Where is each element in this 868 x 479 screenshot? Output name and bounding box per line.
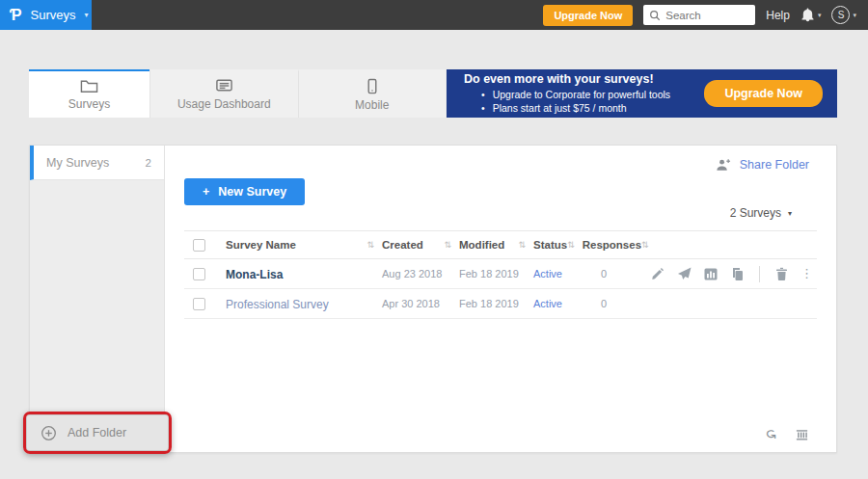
results-chart-icon[interactable]: [704, 268, 718, 280]
upgrade-now-button[interactable]: Upgrade Now: [543, 5, 633, 26]
tab-surveys[interactable]: Surveys: [29, 69, 149, 118]
copy-icon[interactable]: [730, 267, 744, 281]
dashboard-icon: [215, 78, 233, 93]
surveys-table: Survey Name ⇅ Created ⇅ Modified ⇅ Statu…: [184, 230, 817, 319]
sort-icon[interactable]: ⇅: [444, 240, 451, 250]
new-survey-button[interactable]: + New Survey: [184, 178, 305, 205]
table-row: Mona-Lisa Aug 23 2018 Feb 18 2019 Active…: [184, 259, 817, 289]
folder-icon: [80, 78, 98, 93]
sort-icon[interactable]: ⇅: [641, 240, 649, 250]
help-link[interactable]: Help: [766, 9, 790, 22]
survey-list-panel: Share Folder + New Survey 2 Surveys ▾ Su…: [165, 146, 836, 452]
survey-name-link[interactable]: Professional Survey: [226, 298, 329, 311]
chevron-down-icon: ▾: [788, 209, 792, 218]
survey-name-link[interactable]: Mona-Lisa: [226, 268, 283, 281]
card-footer-icons: ↺: [765, 427, 809, 441]
person-plus-icon: [715, 158, 731, 172]
survey-count-dropdown[interactable]: 2 Surveys ▾: [730, 206, 792, 220]
share-folder-label: Share Folder: [740, 158, 809, 172]
promo-bullet: • Upgrade to Corporate for powerful tool…: [464, 88, 704, 101]
avatar: S: [831, 6, 850, 24]
created-date: Aug 23 2018: [382, 268, 459, 279]
app-screen: Ƥ Surveys ▾ Upgrade Now Help ▾ S ▾: [0, 0, 868, 479]
header-cell: [184, 239, 226, 252]
more-options-kebab-icon[interactable]: ⋮: [800, 270, 813, 277]
divider: [759, 266, 760, 282]
promo-bullet-list: • Upgrade to Corporate for powerful tool…: [464, 88, 704, 115]
chevron-down-icon: ▾: [853, 12, 856, 19]
account-menu[interactable]: S ▾: [831, 6, 856, 24]
row-actions: ⋮: [645, 266, 817, 282]
trash-archive-icon[interactable]: [795, 427, 809, 441]
search-input[interactable]: [665, 10, 749, 21]
plus-circle-icon: [41, 425, 57, 441]
banner-upgrade-button[interactable]: Upgrade Now: [704, 80, 823, 107]
sidebar-item-my-surveys[interactable]: My Surveys 2: [30, 146, 164, 180]
notifications-menu[interactable]: ▾: [800, 8, 822, 22]
tab-usage-dashboard[interactable]: Usage Dashboard: [149, 69, 298, 118]
add-folder-button[interactable]: Add Folder: [26, 414, 169, 451]
table-row: Professional Survey Apr 30 2018 Feb 18 2…: [184, 289, 817, 319]
app-menu-label: Surveys: [31, 8, 76, 22]
tab-mobile[interactable]: Mobile: [298, 69, 447, 118]
tab-label: Surveys: [68, 97, 110, 111]
chevron-down-icon: ▾: [818, 12, 822, 19]
trash-icon[interactable]: [775, 267, 788, 280]
add-folder-label: Add Folder: [68, 426, 126, 439]
search-icon: [649, 10, 661, 21]
tab-label: Usage Dashboard: [177, 97, 271, 111]
topbar-right: Upgrade Now Help ▾ S ▾: [543, 5, 868, 26]
search-box[interactable]: [643, 5, 755, 25]
header-cell-responses: Responses ⇅: [583, 239, 657, 251]
folders-sidebar: My Surveys 2 Add Folder: [30, 146, 165, 452]
status-badge: Active: [533, 268, 578, 279]
created-date: Apr 30 2018: [382, 298, 459, 309]
responses-count: 0: [578, 268, 645, 279]
header-cell-survey-name: Survey Name ⇅: [226, 239, 382, 251]
surveys-card: My Surveys 2 Add Folder Share Folder +: [29, 145, 837, 453]
mobile-icon: [366, 78, 378, 94]
restore-icon[interactable]: ↺: [764, 429, 778, 439]
app-logo-icon: Ƥ: [10, 8, 22, 23]
responses-count: 0: [578, 298, 645, 309]
promo-bullet: • Plans start at just $75 / month: [464, 101, 704, 115]
sort-icon[interactable]: ⇅: [518, 240, 526, 250]
view-tabs: Surveys Usage Dashboard Mobile: [29, 69, 446, 118]
promo-text: Do even more with your surveys! • Upgrad…: [447, 72, 704, 115]
header-cell-created: Created ⇅: [382, 239, 459, 251]
bell-icon: [800, 8, 815, 22]
bullet-icon: •: [481, 88, 485, 101]
row-checkbox[interactable]: [193, 298, 205, 310]
sort-icon[interactable]: ⇅: [567, 240, 575, 250]
status-badge: Active: [533, 298, 578, 309]
header-cell-status: Status ⇅: [533, 239, 583, 251]
modified-date: Feb 18 2019: [459, 298, 533, 309]
select-all-checkbox[interactable]: [193, 239, 205, 252]
chevron-down-icon: ▾: [84, 11, 88, 19]
sort-icon[interactable]: ⇅: [366, 240, 374, 250]
header-cell-modified: Modified ⇅: [459, 239, 533, 251]
promo-title: Do even more with your surveys!: [464, 72, 704, 86]
folder-label: My Surveys: [46, 156, 109, 170]
row-checkbox[interactable]: [193, 268, 205, 280]
table-header-row: Survey Name ⇅ Created ⇅ Modified ⇅ Statu…: [184, 230, 817, 259]
modified-date: Feb 18 2019: [459, 268, 533, 279]
folder-count-badge: 2: [146, 157, 151, 169]
topbar: Ƥ Surveys ▾ Upgrade Now Help ▾ S ▾: [0, 0, 868, 30]
app-menu[interactable]: Ƥ Surveys ▾: [0, 0, 92, 30]
send-plane-icon[interactable]: [677, 267, 692, 280]
share-folder-button[interactable]: Share Folder: [715, 158, 809, 172]
tab-label: Mobile: [355, 98, 389, 112]
edit-pencil-icon[interactable]: [651, 267, 665, 280]
bullet-icon: •: [481, 101, 485, 115]
promo-banner: Do even more with your surveys! • Upgrad…: [447, 69, 837, 118]
plus-icon: +: [203, 185, 209, 199]
